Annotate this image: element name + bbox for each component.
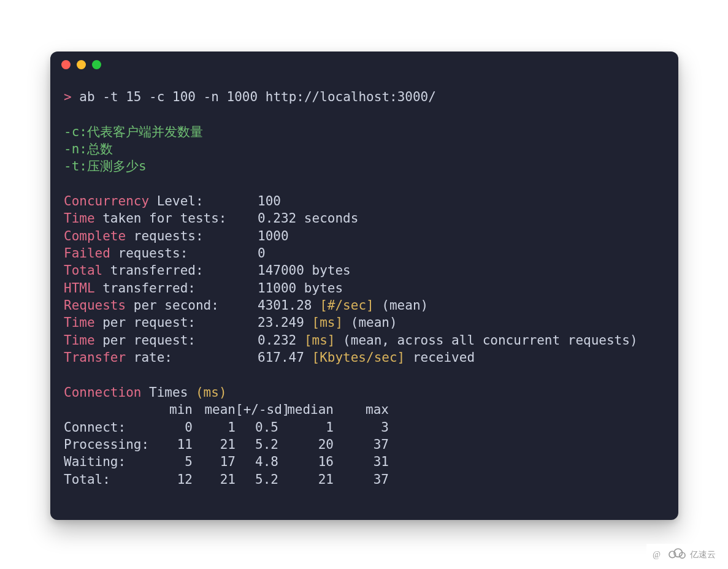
conn-sd: 0.5 <box>236 419 278 436</box>
stat-value: 1000 <box>258 229 289 243</box>
stat-value: 147000 bytes <box>258 263 351 278</box>
stat-value: 0.232 <box>258 333 296 348</box>
conn-mean: 21 <box>193 471 236 488</box>
stat-key: Time <box>64 315 95 330</box>
conn-heading-key: Connection <box>64 385 141 400</box>
stat-value: 0.232 seconds <box>258 211 358 226</box>
watermark: @ 亿速云 <box>646 544 722 565</box>
cloud-icon <box>667 548 686 562</box>
prompt-symbol: > <box>64 90 72 104</box>
command-text: ab -t 15 -c 100 -n 1000 http://localhost… <box>79 90 436 104</box>
conn-min: 5 <box>156 453 193 470</box>
conn-sd: 5.2 <box>236 436 278 453</box>
stat-suffix: received <box>405 350 475 365</box>
stat-suffix: (mean) <box>343 315 397 330</box>
conn-row-name: Waiting: <box>64 453 156 470</box>
conn-sd: 4.8 <box>236 453 278 470</box>
stat-unit: [ms] <box>312 315 343 330</box>
conn-median: 21 <box>278 471 334 488</box>
conn-max: 37 <box>334 436 389 453</box>
conn-heading-rest: Times <box>141 385 196 400</box>
conn-col-median: median <box>278 401 334 418</box>
maximize-icon[interactable] <box>92 60 101 69</box>
stat-rest: per request: <box>95 315 196 330</box>
conn-median: 16 <box>278 453 334 470</box>
stat-value: 0 <box>258 246 266 261</box>
conn-min: 0 <box>156 419 193 436</box>
stat-rest: requests: <box>126 229 203 243</box>
conn-col-min: min <box>156 401 193 418</box>
note-line: -t:压测多少s <box>64 159 147 174</box>
stat-key: Total <box>64 263 102 278</box>
conn-sd: 5.2 <box>236 471 278 488</box>
stat-key: Transfer <box>64 350 126 365</box>
titlebar <box>50 52 678 77</box>
conn-min: 11 <box>156 436 193 453</box>
stat-rest: taken for tests: <box>95 211 227 226</box>
conn-mean: 1 <box>193 419 236 436</box>
conn-median: 20 <box>278 436 334 453</box>
stat-rest: transferred: <box>102 263 203 278</box>
stat-key: Requests <box>64 298 126 313</box>
stat-rest: transferred: <box>95 281 196 296</box>
conn-min: 12 <box>156 471 193 488</box>
stat-suffix: (mean) <box>374 298 429 313</box>
conn-median: 1 <box>278 419 334 436</box>
stat-rest: per request: <box>95 333 196 348</box>
close-icon[interactable] <box>61 60 71 69</box>
stat-key: Time <box>64 211 95 226</box>
terminal-window: > ab -t 15 -c 100 -n 1000 http://localho… <box>50 52 678 520</box>
stat-key: Failed <box>64 246 110 261</box>
stat-unit: [ms] <box>304 333 335 348</box>
minimize-icon[interactable] <box>77 60 86 69</box>
stat-value: 617.47 <box>258 350 304 365</box>
conn-col-mean: mean <box>193 401 236 418</box>
stat-unit: [Kbytes/sec] <box>312 350 405 365</box>
conn-mean: 17 <box>193 453 236 470</box>
conn-row-name: Total: <box>64 471 156 488</box>
stat-key: Concurrency <box>64 194 149 208</box>
conn-row-name: Processing: <box>64 436 156 453</box>
conn-heading-unit: (ms) <box>196 385 227 400</box>
conn-col-max: max <box>334 401 389 418</box>
stat-rest: per second: <box>126 298 219 313</box>
stat-rest: Level: <box>149 194 204 208</box>
conn-col-sd: [+/-sd] <box>236 401 278 418</box>
conn-max: 3 <box>334 419 389 436</box>
stat-key: Time <box>64 333 95 348</box>
conn-mean: 21 <box>193 436 236 453</box>
stat-value: 100 <box>258 194 281 208</box>
conn-row-name: Connect: <box>64 419 156 436</box>
terminal-output: > ab -t 15 -c 100 -n 1000 http://localho… <box>50 77 678 503</box>
conn-max: 31 <box>334 453 389 470</box>
conn-max: 37 <box>334 471 389 488</box>
stat-rest: rate: <box>126 350 172 365</box>
note-line: -c:代表客户端并发数量 <box>64 124 203 139</box>
stat-key: HTML <box>64 281 95 296</box>
stat-value: 4301.28 <box>258 298 312 313</box>
stat-suffix: (mean, across all concurrent requests) <box>335 333 637 348</box>
note-line: -n:总数 <box>64 142 113 156</box>
watermark-text: 亿速云 <box>690 549 716 560</box>
watermark-at: @ <box>653 550 661 560</box>
stat-value: 11000 bytes <box>258 281 343 296</box>
stat-unit: [#/sec] <box>320 298 374 313</box>
stat-value: 23.249 <box>258 315 304 330</box>
stat-rest: requests: <box>110 246 188 261</box>
stat-key: Complete <box>64 229 126 243</box>
